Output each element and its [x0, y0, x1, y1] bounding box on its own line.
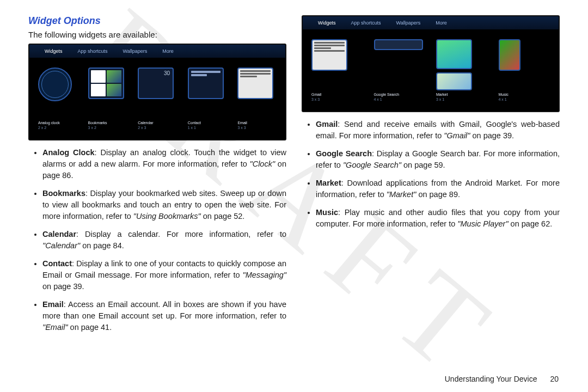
cross-reference: "Market"	[387, 190, 416, 199]
section-title: Widget Options	[28, 15, 286, 27]
term: Analog Clock	[42, 148, 95, 157]
tab-wallpapers: Wallpapers	[115, 48, 155, 54]
tail-text: on page 62.	[509, 219, 553, 228]
maps-icon	[436, 72, 472, 90]
cross-reference: "Clock"	[250, 160, 275, 168]
tail-text: on page 41.	[68, 323, 112, 332]
tail-text: on page 89.	[416, 190, 460, 199]
footer-page: 20	[550, 375, 559, 383]
music-icon	[499, 39, 520, 71]
cross-reference: "Using Bookmarks"	[133, 212, 201, 220]
email-icon	[237, 68, 273, 99]
cross-reference: "Google Search"	[343, 161, 401, 169]
footer-section: Understanding Your Device	[445, 375, 537, 383]
widgets-screenshot-2: Widgets App shortcuts Wallpapers More Gm…	[302, 15, 560, 112]
contact-icon	[188, 68, 224, 99]
two-column-layout: Widget Options The following widgets are…	[28, 15, 560, 379]
widget-tabs-2: Widgets App shortcuts Wallpapers More	[303, 16, 559, 29]
body-text: : Send and receive emails with Gmail, Go…	[316, 120, 560, 140]
body-text: : Access an Email account. All in boxes …	[42, 300, 286, 320]
tab-appshortcuts: App shortcuts	[70, 48, 115, 54]
market-icon	[436, 39, 472, 69]
term: Google Search	[316, 149, 372, 158]
tab-more: More	[155, 48, 181, 54]
calendar-icon	[138, 68, 174, 99]
analog-clock-icon	[38, 68, 72, 101]
widget-tabs: Widgets App shortcuts Wallpapers More	[29, 45, 285, 58]
body-text: : Display a calendar. For more informati…	[76, 230, 286, 238]
tail-text: on page 39.	[42, 282, 84, 291]
page-footer: Understanding Your Device 20	[445, 375, 559, 383]
term: Bookmarks	[42, 189, 85, 198]
term: Email	[42, 300, 64, 309]
term: Gmail	[316, 120, 338, 128]
list-item: Analog Clock: Display an analog clock. T…	[42, 147, 286, 181]
term: Calendar	[42, 230, 76, 238]
lead-text: The following widgets are available:	[28, 30, 286, 39]
list-item: Contact: Display a link to one of your c…	[42, 258, 286, 292]
list-item: Google Search: Display a Google Search b…	[316, 148, 560, 171]
tail-text: on page 52.	[201, 212, 245, 220]
widget-thumbnails	[29, 58, 285, 119]
tab-widgets: Widgets	[37, 48, 70, 54]
tail-text: on page 84.	[80, 241, 124, 250]
tail-text: on page 39.	[470, 131, 514, 140]
tab-more-2: More	[428, 20, 455, 26]
manual-page: DRAFT Widget Options The following widge…	[0, 0, 588, 392]
left-bullet-list: Analog Clock: Display an analog clock. T…	[28, 147, 286, 333]
tab-appshortcuts-2: App shortcuts	[344, 20, 389, 26]
cross-reference: "Music Player"	[457, 219, 508, 228]
widget-labels-2: Gmail3 x 3 Google Search4 x 1 Market3 x …	[303, 90, 559, 102]
list-item: Email: Access an Email account. All in b…	[42, 299, 286, 333]
left-column: Widget Options The following widgets are…	[28, 15, 286, 379]
bookmarks-icon	[88, 68, 124, 99]
cross-reference: "Calendar"	[42, 241, 80, 250]
widget-thumbnails-2	[303, 29, 559, 90]
term: Music	[316, 208, 338, 217]
cross-reference: "Messaging"	[243, 271, 286, 279]
widget-labels-1: Analog clock2 x 2 Bookmarks3 x 2 Calenda…	[29, 119, 285, 131]
list-item: Market: Download applications from the A…	[316, 177, 560, 200]
right-bullet-list: Gmail: Send and receive emails with Gmai…	[302, 119, 560, 230]
tail-text: on page 59.	[401, 161, 445, 169]
cross-reference: "Email"	[42, 323, 68, 332]
list-item: Bookmarks: Display your bookmarked web s…	[42, 188, 286, 222]
cross-reference: "Gmail"	[444, 131, 470, 140]
widgets-screenshot-1: Widgets App shortcuts Wallpapers More An…	[28, 44, 286, 140]
tab-widgets-2: Widgets	[310, 20, 344, 26]
gmail-icon	[311, 39, 347, 71]
list-item: Gmail: Send and receive emails with Gmai…	[316, 119, 560, 142]
term: Contact	[42, 259, 72, 268]
list-item: Calendar: Display a calendar. For more i…	[42, 229, 286, 252]
term: Market	[316, 179, 341, 187]
right-column: Widgets App shortcuts Wallpapers More Gm…	[302, 15, 560, 379]
tab-wallpapers-2: Wallpapers	[389, 20, 428, 26]
list-item: Music: Play music and other audio files …	[316, 207, 560, 230]
google-search-icon	[374, 39, 423, 50]
